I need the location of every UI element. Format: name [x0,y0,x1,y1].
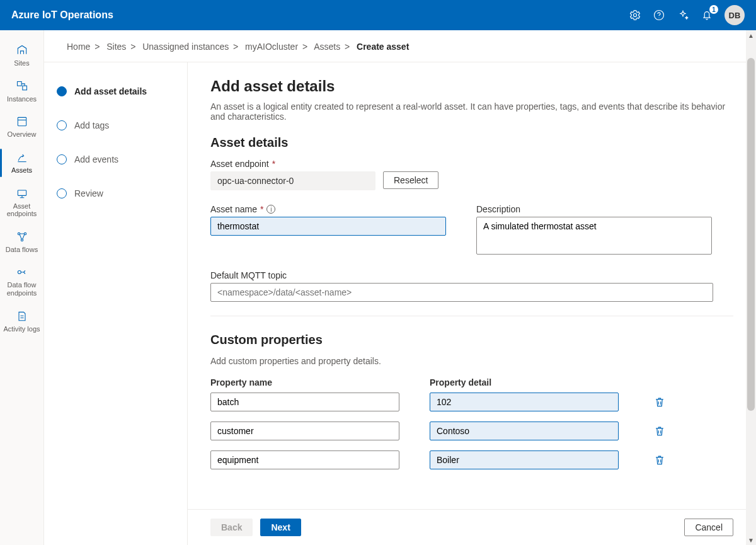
breadcrumb-link[interactable]: Sites [106,42,126,52]
assets-icon [16,151,28,164]
instances-icon [16,80,28,93]
trash-icon [653,425,666,437]
svg-point-7 [18,232,20,234]
sparkle-icon [677,9,689,21]
help-button[interactable] [653,9,665,21]
description-input[interactable]: A simulated thermostat asset [476,217,712,255]
delete-property-button[interactable] [649,396,670,408]
next-button[interactable]: Next [260,519,301,536]
rail-item-asset-endpoints[interactable]: Asset endpoints [0,181,43,224]
breadcrumb-link[interactable]: myAIOcluster [245,42,298,52]
svg-rect-4 [22,86,26,90]
scrollbar[interactable]: ▲ ▼ [746,30,756,545]
wizard-step-label: Review [74,188,103,198]
rail-label: Activity logs [3,325,40,333]
property-name-input[interactable] [210,393,399,411]
reselect-button[interactable]: Reselect [383,171,438,189]
property-detail-input[interactable] [430,393,619,411]
breadcrumb-current: Create asset [357,42,409,52]
wizard-step-tags[interactable]: Add tags [57,114,175,137]
wizard-step-label: Add tags [74,120,109,130]
svg-rect-3 [17,81,21,86]
rail-label: Instances [7,95,37,103]
help-icon [653,9,665,21]
asset-name-input[interactable] [210,217,446,236]
property-name-input[interactable] [210,422,399,440]
name-label: Asset name* i [210,204,446,214]
property-detail-input[interactable] [430,422,619,440]
rail-item-dataflow-endpoints[interactable]: Data flow endpoints [0,260,43,303]
asset-endpoints-icon [16,187,28,200]
activity-logs-icon [16,310,28,323]
col-property-name: Property name [210,377,399,387]
sidebar-rail: Sites Instances Overview Assets Asset en… [0,30,44,545]
breadcrumb-link[interactable]: Unassigned instances [142,42,229,52]
description-label: Description [476,204,712,214]
rail-label: Data flows [6,246,38,254]
property-row [210,450,733,469]
property-name-input[interactable] [210,450,399,469]
rail-item-sites[interactable]: Sites [0,38,43,74]
rail-label: Overview [8,130,37,139]
svg-point-0 [634,14,637,17]
rail-label: Sites [14,59,29,67]
rail-item-instances[interactable]: Instances [0,74,43,110]
mqtt-topic-input[interactable] [210,283,713,302]
rail-item-dataflows[interactable]: Data flows [0,224,43,260]
page-description: An asset is a logical entity created to … [210,101,733,122]
rail-item-assets[interactable]: Assets [0,145,43,181]
wizard-step-label: Add asset details [74,86,147,96]
delete-property-button[interactable] [649,454,670,466]
notifications-button[interactable]: 1 [701,9,713,21]
gear-icon [629,9,641,21]
wizard-step-details[interactable]: Add asset details [57,80,175,103]
cancel-button[interactable]: Cancel [684,519,733,536]
custom-props-description: Add custom properties and property detai… [210,356,733,366]
notification-badge: 1 [709,5,718,14]
page-title: Add asset details [210,77,733,95]
property-row [210,393,733,411]
divider [210,316,733,316]
svg-rect-5 [18,118,26,126]
feedback-button[interactable] [677,9,689,21]
trash-icon [653,396,666,408]
settings-button[interactable] [629,9,641,21]
wizard-bullet-icon [57,86,67,96]
property-row [210,422,733,440]
info-icon[interactable]: i [266,205,275,214]
breadcrumb: Home > Sites > Unassigned instances > my… [44,30,756,62]
property-detail-input[interactable] [430,450,619,469]
svg-rect-6 [18,190,26,195]
delete-property-button[interactable] [649,425,670,437]
overview-icon [16,115,28,128]
section-asset-details: Asset details [210,135,733,150]
svg-point-10 [18,271,21,274]
scroll-thumb[interactable] [747,58,755,411]
app-title: Azure IoT Operations [11,9,113,21]
wizard-step-events[interactable]: Add events [57,148,175,171]
scroll-up-icon[interactable]: ▲ [746,30,756,40]
svg-point-9 [21,239,23,241]
dataflow-endpoints-icon [16,266,28,278]
rail-item-overview[interactable]: Overview [0,109,43,145]
breadcrumb-link[interactable]: Home [67,42,90,52]
breadcrumb-link[interactable]: Assets [314,42,340,52]
rail-label: Assets [11,166,32,175]
svg-point-8 [24,232,26,234]
rail-label: Data flow endpoints [3,281,41,297]
sites-icon [16,44,28,57]
wizard-step-review[interactable]: Review [57,182,175,205]
form-area: Add asset details An asset is a logical … [188,62,756,509]
avatar[interactable]: DB [724,5,745,25]
trash-icon [653,454,666,466]
back-button: Back [210,519,253,536]
rail-item-activity-logs[interactable]: Activity logs [0,304,43,340]
asset-endpoint-field [210,171,375,190]
topbar: Azure IoT Operations 1 DB [0,0,756,30]
endpoint-label: Asset endpoint* [210,159,733,169]
scroll-down-icon[interactable]: ▼ [746,535,756,545]
wizard-nav: Add asset details Add tags Add events Re… [44,62,188,545]
section-custom-properties: Custom properties [210,333,733,347]
col-property-detail: Property detail [430,377,619,387]
wizard-bullet-icon [57,188,67,198]
